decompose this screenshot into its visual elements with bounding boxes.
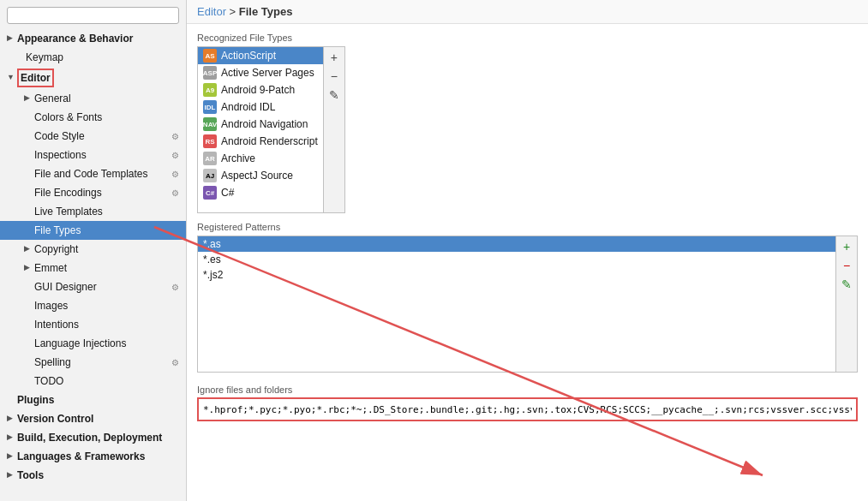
sidebar-item-live-templates[interactable]: Live Templates	[0, 202, 186, 221]
file-types-list-container: ASActionScriptASPActive Server PagesA9An…	[197, 46, 858, 213]
file-type-label: Android 9-Patch	[221, 84, 295, 96]
sidebar-item-label: General	[34, 91, 71, 106]
file-type-item[interactable]: NAVAndroid Navigation	[198, 116, 323, 133]
file-type-item[interactable]: IDLAndroid IDL	[198, 98, 323, 116]
settings-icon: ⚙	[171, 130, 179, 143]
sidebar-item-appearance[interactable]: Appearance & Behavior	[0, 29, 186, 48]
sidebar-item-label: Spelling	[34, 355, 71, 370]
ignore-field[interactable]	[197, 397, 858, 421]
sidebar-item-label: Copyright	[34, 242, 78, 257]
file-type-item[interactable]: ASActionScript	[198, 47, 323, 64]
file-type-label: Archive	[221, 152, 255, 164]
pattern-label: *.js2	[203, 269, 223, 281]
sidebar-item-label: Inspections	[34, 147, 87, 163]
sidebar-item-images[interactable]: Images	[0, 296, 186, 315]
patterns-section: Registered Patterns *.as*.es*.js2 + − ✎	[197, 222, 858, 373]
search-input[interactable]	[7, 7, 179, 24]
file-type-item[interactable]: ASPActive Server Pages	[198, 64, 323, 81]
sidebar-item-inspections[interactable]: Inspections⚙	[0, 146, 186, 164]
sidebar-item-label: File Encodings	[34, 185, 102, 200]
sidebar-item-version-control[interactable]: Version Control	[0, 409, 186, 428]
sidebar-item-label: Editor	[17, 69, 54, 87]
file-type-icon: RS	[203, 134, 217, 148]
edit-file-type-button[interactable]: ✎	[326, 86, 343, 104]
sidebar-item-label: Code Style	[34, 128, 85, 144]
sidebar-item-build[interactable]: Build, Execution, Deployment	[0, 428, 186, 447]
sidebar-item-label: Build, Execution, Deployment	[17, 430, 162, 445]
file-type-item[interactable]: AJAspectJ Source	[198, 167, 323, 184]
ignore-field-container	[197, 397, 858, 421]
file-types-section: Recognized File Types ASActionScriptASPA…	[197, 33, 858, 213]
sidebar-item-file-code-templates[interactable]: File and Code Templates⚙	[0, 164, 186, 183]
add-file-type-button[interactable]: +	[326, 49, 343, 66]
remove-pattern-button[interactable]: −	[838, 257, 855, 274]
file-type-item[interactable]: A9Android 9-Patch	[198, 81, 323, 98]
content-inner: Recognized File Types ASActionScriptASPA…	[187, 24, 868, 501]
file-type-item[interactable]: C#C#	[198, 184, 323, 201]
pattern-label: *.es	[203, 253, 221, 265]
sidebar-item-label: GUI Designer	[34, 279, 97, 295]
breadcrumb-separator: >	[226, 5, 239, 18]
add-pattern-button[interactable]: +	[838, 238, 855, 255]
sidebar-item-language-injections[interactable]: Language Injections	[0, 334, 186, 353]
pattern-item[interactable]: *.js2	[198, 267, 835, 283]
sidebar-item-label: Version Control	[17, 411, 93, 426]
settings-icon: ⚙	[171, 281, 179, 294]
file-type-label: ActionScript	[221, 50, 276, 62]
sidebar-item-spelling[interactable]: Spelling⚙	[0, 353, 186, 372]
sidebar-item-label: Tools	[17, 468, 44, 483]
remove-file-type-button[interactable]: −	[326, 68, 343, 85]
file-type-icon: IDL	[203, 100, 217, 114]
file-type-icon: A9	[203, 83, 217, 97]
sidebar-item-keymap[interactable]: Keymap	[0, 48, 186, 67]
file-type-item[interactable]: RSAndroid Renderscript	[198, 133, 323, 150]
patterns-toolbar: + − ✎	[836, 236, 858, 373]
sidebar-item-plugins[interactable]: Plugins	[0, 391, 186, 409]
sidebar-item-file-encodings[interactable]: File Encodings⚙	[0, 183, 186, 202]
breadcrumb-current: File Types	[239, 5, 293, 18]
file-type-item[interactable]: ARArchive	[198, 150, 323, 167]
file-type-icon: AJ	[203, 169, 217, 182]
sidebar-item-code-style[interactable]: Code Style⚙	[0, 127, 186, 146]
settings-icon: ⚙	[171, 356, 179, 369]
pattern-item[interactable]: *.es	[198, 252, 835, 267]
sidebar-item-colors-fonts[interactable]: Colors & Fonts	[0, 108, 186, 127]
sidebar-item-label: Languages & Frameworks	[17, 449, 145, 464]
file-types-list[interactable]: ASActionScriptASPActive Server PagesA9An…	[197, 46, 324, 213]
patterns-list[interactable]: *.as*.es*.js2	[197, 236, 836, 373]
file-type-icon: AS	[203, 49, 217, 63]
sidebar-item-general[interactable]: General	[0, 89, 186, 108]
sidebar-item-label: Appearance & Behavior	[17, 31, 133, 46]
sidebar-item-file-types[interactable]: File Types	[0, 221, 186, 240]
patterns-list-container: *.as*.es*.js2 + − ✎	[197, 236, 858, 373]
triangle-icon	[7, 413, 15, 425]
edit-pattern-button[interactable]: ✎	[838, 276, 855, 293]
pattern-item[interactable]: *.as	[198, 236, 835, 252]
breadcrumb-parent[interactable]: Editor	[197, 5, 226, 18]
file-type-label: Active Server Pages	[221, 67, 314, 79]
sidebar-item-todo[interactable]: TODO	[0, 372, 186, 391]
sidebar-item-label: Language Injections	[34, 336, 126, 351]
sidebar-item-label: Emmet	[34, 260, 67, 276]
file-types-toolbar: + − ✎	[324, 46, 345, 213]
main-layout: Appearance & BehaviorKeymapEditorGeneral…	[0, 0, 868, 501]
triangle-icon	[7, 72, 15, 84]
ignore-label: Ignore files and folders	[197, 385, 858, 395]
sidebar-item-copyright[interactable]: Copyright	[0, 240, 186, 259]
file-type-label: Android Navigation	[221, 118, 308, 130]
settings-icon: ⚙	[171, 168, 179, 181]
sidebar-item-gui-designer[interactable]: GUI Designer⚙	[0, 277, 186, 296]
sidebar-item-languages[interactable]: Languages & Frameworks	[0, 447, 186, 466]
sidebar-item-emmet[interactable]: Emmet	[0, 259, 186, 277]
sidebar-item-tools[interactable]: Tools	[0, 466, 186, 485]
sidebar-item-editor[interactable]: Editor	[0, 67, 186, 89]
sidebar-item-label: Colors & Fonts	[34, 110, 102, 125]
triangle-icon	[7, 33, 15, 45]
main-content: Editor > File Types Recognized File Type…	[187, 0, 868, 501]
sidebar-item-label: Images	[34, 298, 68, 313]
triangle-icon	[7, 450, 15, 462]
file-type-icon: C#	[203, 186, 217, 200]
breadcrumb: Editor > File Types	[187, 0, 868, 24]
sidebar-item-intentions[interactable]: Intentions	[0, 315, 186, 334]
triangle-icon	[7, 469, 15, 481]
